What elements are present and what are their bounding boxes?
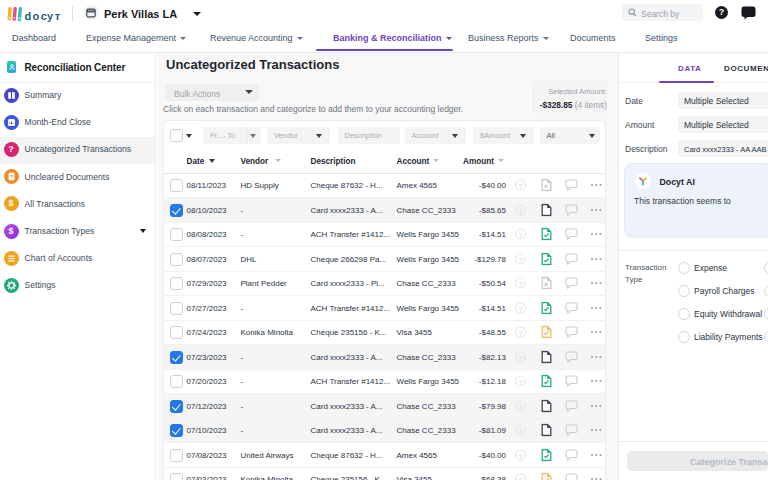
- svg-text:doc: doc: [25, 10, 49, 22]
- svg-text:ут: ут: [47, 10, 61, 22]
